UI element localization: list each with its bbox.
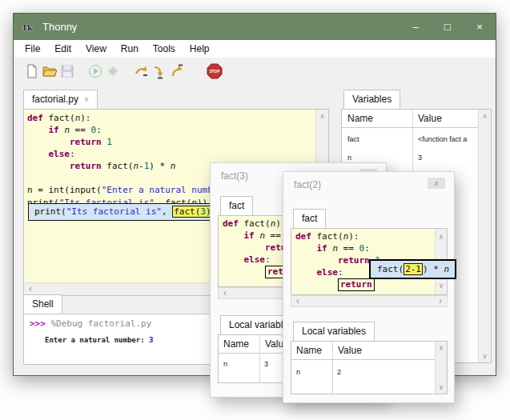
new-file-icon xyxy=(24,63,40,79)
variable-row-fact[interactable]: fact<function fact a xyxy=(347,135,475,143)
fact2-tab-label: fact xyxy=(302,213,317,224)
title-bar[interactable]: Tk Thonny – □ × xyxy=(14,14,496,40)
tab-factorial-py[interactable]: factorial.py× xyxy=(23,90,98,109)
menu-bar: File Edit View Run Tools Help xyxy=(14,40,496,58)
editor-tab-label: factorial.py xyxy=(32,94,78,105)
menu-edit[interactable]: Edit xyxy=(47,42,78,56)
toolbar: STOP xyxy=(14,58,496,85)
stop-icon: STOP xyxy=(207,63,223,79)
fact2-local-variables-tab[interactable]: Local variables xyxy=(293,322,375,341)
menu-file[interactable]: File xyxy=(18,42,47,56)
variable-row-n[interactable]: n3 xyxy=(347,154,475,162)
menu-tools[interactable]: Tools xyxy=(146,42,183,56)
shell-command-line: >>> %Debug factorial.py xyxy=(30,318,151,329)
scroll-down-icon[interactable]: ∨ xyxy=(436,383,447,391)
minimize-button[interactable]: – xyxy=(400,14,432,40)
scroll-up-icon[interactable]: ∧ xyxy=(479,112,491,120)
scroll-up-icon[interactable]: ∧ xyxy=(436,231,447,243)
evaluated-expression-tooltip: fact(2-1) * n xyxy=(369,259,456,279)
scroll-up-icon[interactable]: ∧ xyxy=(316,112,328,120)
fact2-close-button[interactable]: x xyxy=(428,178,445,189)
menu-view[interactable]: View xyxy=(78,42,114,56)
run-button[interactable] xyxy=(86,62,104,80)
frame-window-fact2: fact(2) x fact def fact(n): if n == 0: r… xyxy=(283,171,455,403)
close-button[interactable]: × xyxy=(464,14,496,40)
scroll-down-icon[interactable]: ∨ xyxy=(436,280,447,292)
save-icon xyxy=(59,63,75,79)
fact2-locals-label: Local variables xyxy=(302,326,366,337)
step-out-button[interactable] xyxy=(167,62,185,80)
shell-tab-label: Shell xyxy=(32,298,54,310)
tab-close-icon[interactable]: × xyxy=(84,95,89,104)
window-title: Thonny xyxy=(42,21,77,33)
fact2-tab-fact[interactable]: fact xyxy=(293,209,326,228)
column-divider[interactable] xyxy=(259,335,260,382)
svg-text:STOP: STOP xyxy=(210,70,219,74)
new-file-button[interactable] xyxy=(23,62,41,80)
debug-icon xyxy=(105,63,121,79)
scroll-left-icon[interactable]: ‹ xyxy=(223,288,227,298)
fact2-window-title: fact(2) xyxy=(294,179,321,190)
menu-run[interactable]: Run xyxy=(114,42,146,56)
app-logo-icon: Tk xyxy=(22,21,35,34)
fact3-tab-label: fact xyxy=(229,200,244,211)
open-file-button[interactable] xyxy=(41,62,58,80)
fact3-tab-fact[interactable]: fact xyxy=(220,196,253,215)
variables-scrollbar[interactable]: ∧ ∨ xyxy=(478,110,491,362)
fact2-locals-table: NameValue n2 ∧ ∨ xyxy=(291,341,448,394)
tab-variables[interactable]: Variables xyxy=(343,90,400,109)
save-file-button[interactable] xyxy=(58,62,76,80)
fact2-horizontal-scrollbar[interactable]: ‹› xyxy=(291,295,448,307)
fact2-locals-scrollbar[interactable]: ∧ ∨ xyxy=(435,342,447,394)
debug-button[interactable] xyxy=(104,62,122,80)
scroll-up-icon[interactable]: ∧ xyxy=(436,344,447,352)
variables-header: Name Value xyxy=(342,110,491,128)
scroll-left-icon[interactable]: ‹ xyxy=(29,283,32,294)
step-into-icon xyxy=(151,63,167,79)
evaluated-subexpression-highlight: 2-1 xyxy=(404,263,423,275)
open-folder-icon xyxy=(42,63,58,79)
step-out-icon xyxy=(168,63,184,79)
scroll-left-icon[interactable]: ‹ xyxy=(296,296,299,306)
run-icon xyxy=(87,63,103,79)
shell-command: %Debug factorial.py xyxy=(51,318,152,329)
shell-prompt: >>> xyxy=(30,318,51,329)
shell-user-input: 3 xyxy=(149,336,153,344)
menu-help[interactable]: Help xyxy=(183,42,217,56)
tab-shell[interactable]: Shell xyxy=(23,294,62,314)
scroll-down-icon[interactable]: ∨ xyxy=(479,352,491,360)
step-into-button[interactable] xyxy=(150,62,167,80)
stop-button[interactable]: STOP xyxy=(206,62,223,80)
maximize-button[interactable]: □ xyxy=(432,14,464,40)
fact3-window-title: fact(3) xyxy=(221,170,248,182)
variables-tab-label: Variables xyxy=(352,94,392,105)
evaluated-expression-highlight: fact(3) xyxy=(172,206,212,218)
step-over-button[interactable] xyxy=(132,62,150,80)
shell-io-line: Enter a natural number: 3 xyxy=(45,336,153,344)
scroll-right-icon[interactable]: › xyxy=(439,296,442,306)
fact2-local-row-n[interactable]: n2 xyxy=(296,368,432,376)
debug-focus-statement: print("Its factorial is", fact(3)) xyxy=(28,203,223,221)
step-over-icon xyxy=(133,63,149,79)
